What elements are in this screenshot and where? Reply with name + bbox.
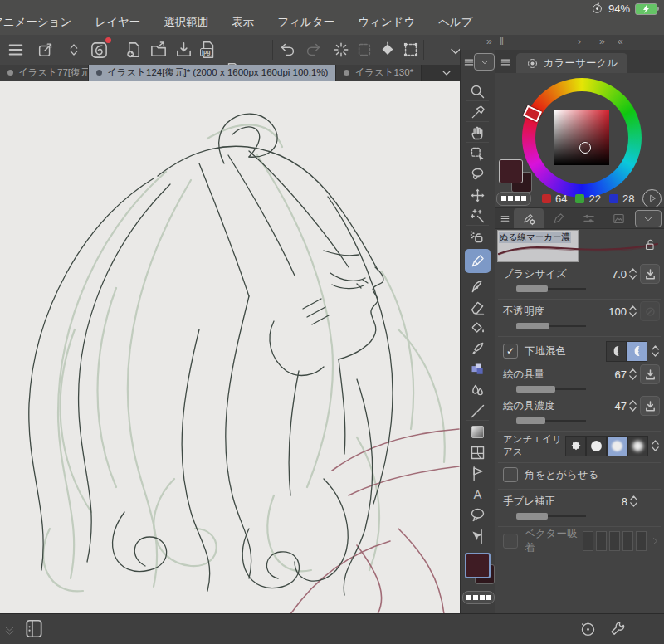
expand-right-icon[interactable]: » xyxy=(599,36,605,47)
tool-magic-wand[interactable] xyxy=(467,206,488,227)
tool-object[interactable] xyxy=(467,144,488,164)
tool-hand[interactable] xyxy=(467,123,488,144)
unlock-icon[interactable] xyxy=(643,238,657,252)
menu-selection[interactable]: 選択範囲 xyxy=(164,15,208,30)
stepper-icon[interactable] xyxy=(651,344,660,359)
tool-marker-selected[interactable] xyxy=(465,249,491,273)
tool-eyedropper[interactable] xyxy=(467,102,488,123)
transparent-color-swatch[interactable] xyxy=(496,192,531,206)
paint-density-value[interactable]: 47 xyxy=(600,400,627,412)
blend-mode-option-1[interactable] xyxy=(606,341,627,362)
canvas-tab-3[interactable]: イラスト130* xyxy=(336,65,422,80)
paint-density-preset-button[interactable] xyxy=(640,396,660,416)
tab-brush-shape[interactable] xyxy=(544,208,574,228)
quick-share-button[interactable] xyxy=(35,39,56,61)
tool-panel-collapse-button[interactable] xyxy=(474,53,495,71)
canvas-tab-2-active[interactable]: イラスト124[復元]* (2000 x 1600px 160dpi 100.1… xyxy=(89,65,336,80)
stepper-icon[interactable] xyxy=(628,266,637,281)
canvas-tab-1[interactable]: イラスト77[復元 xyxy=(0,65,89,80)
stepper-icon[interactable] xyxy=(628,398,637,413)
paint-amount-preset-button[interactable] xyxy=(640,364,660,384)
tool-blend[interactable] xyxy=(467,380,488,401)
settings-button[interactable] xyxy=(609,620,627,637)
stabilize-slider[interactable] xyxy=(516,511,586,521)
fill-button[interactable] xyxy=(377,39,398,61)
panel-menu-icon[interactable] xyxy=(500,56,511,68)
tool-figure-line[interactable] xyxy=(467,401,488,422)
reselect-button[interactable] xyxy=(354,39,375,61)
menu-window[interactable]: ウィンドウ xyxy=(358,15,415,30)
tool-decoration[interactable] xyxy=(467,359,488,380)
brush-size-preset-button[interactable] xyxy=(640,264,660,284)
base-blend-checkbox[interactable]: ✓ xyxy=(503,344,518,359)
export-jpg-button[interactable]: jpg xyxy=(198,39,219,61)
tool-brush[interactable] xyxy=(467,339,488,359)
menu-help[interactable]: ヘルプ xyxy=(438,15,472,30)
transform-button[interactable] xyxy=(400,39,422,61)
tool-eraser[interactable] xyxy=(467,297,488,318)
tab-tool-property[interactable] xyxy=(514,208,544,228)
redo-button[interactable] xyxy=(302,39,324,61)
tool-lasso[interactable] xyxy=(467,164,488,185)
tool-balloon[interactable] xyxy=(467,505,488,525)
tab-list-button[interactable] xyxy=(440,65,460,80)
deselect-button[interactable] xyxy=(330,39,352,61)
tool-text[interactable]: A xyxy=(467,484,488,505)
opacity-dynamics-button[interactable] xyxy=(640,301,660,321)
tool-pen[interactable] xyxy=(467,276,488,297)
brush-size-value[interactable]: 7.0 xyxy=(600,268,627,281)
paint-amount-value[interactable]: 67 xyxy=(600,368,627,381)
opacity-slider[interactable] xyxy=(516,321,586,331)
toggle-commandbar-button[interactable] xyxy=(63,39,85,61)
tool-line-correct[interactable] xyxy=(467,526,488,547)
menu-animation[interactable]: アニメーション xyxy=(0,15,71,30)
brush-name[interactable]: ぬる線マーカー濃 xyxy=(499,232,571,243)
panel-menu-icon[interactable] xyxy=(463,56,475,68)
panel-grip-icon[interactable]: ‖ xyxy=(500,36,504,47)
opacity-value[interactable]: 100 xyxy=(600,305,627,318)
subtool-collapse-button[interactable] xyxy=(635,210,662,227)
open-file-button[interactable] xyxy=(148,39,169,61)
stepper-icon[interactable] xyxy=(629,494,638,509)
tab-texture[interactable] xyxy=(603,208,633,228)
foreground-color-swatch[interactable] xyxy=(465,553,491,578)
tab-color-circle[interactable]: カラーサークル xyxy=(516,53,627,73)
stepper-icon[interactable] xyxy=(628,367,637,382)
palette-dock-button[interactable] xyxy=(23,617,45,640)
timelapse-button[interactable] xyxy=(579,620,597,637)
menu-layer[interactable]: レイヤー xyxy=(95,15,140,30)
tool-gradient[interactable] xyxy=(467,422,488,442)
main-menu-button[interactable] xyxy=(5,39,27,61)
tab-stroke[interactable] xyxy=(574,208,603,228)
collapse-all-icon[interactable]: « xyxy=(618,36,623,47)
tool-zoom[interactable] xyxy=(467,81,488,102)
undo-button[interactable] xyxy=(277,39,299,61)
tool-frame-border[interactable] xyxy=(467,442,488,463)
antialias-none[interactable] xyxy=(565,436,586,456)
stabilize-value[interactable]: 8 xyxy=(601,495,627,508)
menu-filter[interactable]: フィルター xyxy=(277,15,334,30)
menu-view[interactable]: 表示 xyxy=(232,15,254,30)
collapse-right-icon[interactable]: › xyxy=(578,36,581,47)
panel-menu-icon[interactable] xyxy=(500,213,510,224)
drawing-canvas[interactable] xyxy=(0,80,460,614)
tool-fill-bucket[interactable] xyxy=(467,318,488,339)
antialias-weak[interactable] xyxy=(586,436,607,456)
new-canvas-button[interactable] xyxy=(123,39,144,61)
blend-mode-option-2-selected[interactable] xyxy=(627,341,647,362)
stepper-icon[interactable] xyxy=(651,438,660,453)
sharp-corner-checkbox[interactable] xyxy=(503,467,518,482)
vector-snap-checkbox[interactable] xyxy=(503,534,518,549)
paint-density-slider[interactable] xyxy=(516,416,586,426)
stepper-icon[interactable] xyxy=(628,304,637,319)
transparent-color-swatch[interactable] xyxy=(462,591,495,604)
foreground-color-swatch[interactable] xyxy=(499,159,523,183)
tool-move[interactable] xyxy=(467,185,488,206)
antialias-middle-selected[interactable] xyxy=(607,436,627,456)
saturation-value-square[interactable] xyxy=(554,110,609,165)
tool-ruler[interactable] xyxy=(467,463,488,484)
clip-studio-button[interactable] xyxy=(88,39,110,61)
brush-size-slider[interactable] xyxy=(516,284,586,294)
tool-airbrush[interactable] xyxy=(467,227,488,247)
sv-cursor[interactable] xyxy=(579,142,591,154)
